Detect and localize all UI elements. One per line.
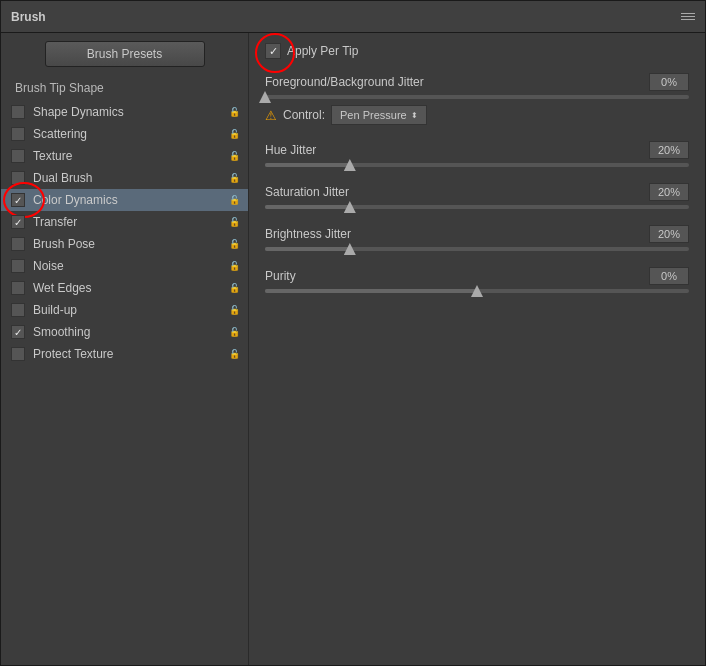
lock-icon-dual-brush: 🔓 (228, 172, 240, 184)
panel-menu-icon[interactable] (681, 13, 695, 20)
param-section-saturation-jitter: Saturation Jitter20% (265, 183, 689, 209)
apply-per-tip-row: ✓ Apply Per Tip (265, 43, 689, 59)
sidebar-item-wet-edges[interactable]: Wet Edges🔓 (1, 277, 248, 299)
param-row-hue-jitter: Hue Jitter20% (265, 141, 689, 159)
lock-icon-build-up: 🔓 (228, 304, 240, 316)
panel-title: Brush (11, 10, 46, 24)
param-label-purity: Purity (265, 269, 296, 283)
lock-icon-transfer: 🔓 (228, 216, 240, 228)
sidebar-label-brush-pose: Brush Pose (33, 237, 224, 251)
param-value-brightness-jitter[interactable]: 20% (649, 225, 689, 243)
lock-icon-texture: 🔓 (228, 150, 240, 162)
param-label-fg-bg-jitter: Foreground/Background Jitter (265, 75, 424, 89)
sidebar-item-brush-pose[interactable]: Brush Pose🔓 (1, 233, 248, 255)
sidebar-label-dual-brush: Dual Brush (33, 171, 224, 185)
warning-icon: ⚠ (265, 108, 277, 123)
apply-per-tip-label: Apply Per Tip (287, 44, 358, 58)
lock-icon-noise: 🔓 (228, 260, 240, 272)
sidebar-item-build-up[interactable]: Build-up🔓 (1, 299, 248, 321)
sidebar-checkbox-protect-texture[interactable] (11, 347, 25, 361)
sidebar-item-protect-texture[interactable]: Protect Texture🔓 (1, 343, 248, 365)
control-dropdown-value: Pen Pressure (340, 109, 407, 121)
sidebar-item-transfer[interactable]: ✓Transfer🔓 (1, 211, 248, 233)
lock-icon-protect-texture: 🔓 (228, 348, 240, 360)
lock-icon-color-dynamics: 🔓 (228, 194, 240, 206)
param-row-purity: Purity0% (265, 267, 689, 285)
lock-icon-shape-dynamics: 🔓 (228, 106, 240, 118)
sidebar-checkbox-texture[interactable] (11, 149, 25, 163)
slider-fill-hue-jitter (265, 163, 350, 167)
panel-body: Brush Presets Brush Tip Shape Shape Dyna… (1, 33, 705, 665)
param-row-fg-bg-jitter: Foreground/Background Jitter0% (265, 73, 689, 91)
sidebar-checkbox-scattering[interactable] (11, 127, 25, 141)
panel-header: Brush (1, 1, 705, 33)
params-container: Foreground/Background Jitter0%⚠Control:P… (265, 73, 689, 293)
slider-fill-saturation-jitter (265, 205, 350, 209)
sidebar-checkbox-dual-brush[interactable] (11, 171, 25, 185)
sidebar-checkbox-noise[interactable] (11, 259, 25, 273)
slider-track-saturation-jitter[interactable] (265, 205, 689, 209)
sidebar-checkbox-build-up[interactable] (11, 303, 25, 317)
apply-per-tip-checkbox-wrap[interactable]: ✓ Apply Per Tip (265, 43, 358, 59)
sidebar-checkbox-transfer[interactable]: ✓ (11, 215, 25, 229)
sidebar-item-smoothing[interactable]: ✓Smoothing🔓 (1, 321, 248, 343)
param-value-saturation-jitter[interactable]: 20% (649, 183, 689, 201)
sidebar-item-color-dynamics[interactable]: ✓Color Dynamics🔓 (1, 189, 248, 211)
sidebar-label-color-dynamics: Color Dynamics (33, 193, 224, 207)
dropdown-arrow-icon: ⬍ (411, 111, 418, 120)
param-row-brightness-jitter: Brightness Jitter20% (265, 225, 689, 243)
sidebar-label-wet-edges: Wet Edges (33, 281, 224, 295)
param-label-brightness-jitter: Brightness Jitter (265, 227, 351, 241)
sidebar-item-scattering[interactable]: Scattering🔓 (1, 123, 248, 145)
slider-fill-brightness-jitter (265, 247, 350, 251)
sidebar-label-scattering: Scattering (33, 127, 224, 141)
sidebar-checkbox-color-dynamics[interactable]: ✓ (11, 193, 25, 207)
sidebar-checkbox-smoothing[interactable]: ✓ (11, 325, 25, 339)
sidebar-label-build-up: Build-up (33, 303, 224, 317)
brush-tip-shape-label: Brush Tip Shape (1, 77, 248, 101)
sidebar-label-smoothing: Smoothing (33, 325, 224, 339)
sidebar-checkbox-shape-dynamics[interactable] (11, 105, 25, 119)
control-row-fg-bg-jitter: ⚠Control:Pen Pressure⬍ (265, 105, 689, 125)
sidebar: Brush Presets Brush Tip Shape Shape Dyna… (1, 33, 249, 665)
lock-icon-brush-pose: 🔓 (228, 238, 240, 250)
sidebar-label-protect-texture: Protect Texture (33, 347, 224, 361)
sidebar-label-noise: Noise (33, 259, 224, 273)
sidebar-item-dual-brush[interactable]: Dual Brush🔓 (1, 167, 248, 189)
slider-track-purity[interactable] (265, 289, 689, 293)
param-value-purity[interactable]: 0% (649, 267, 689, 285)
slider-track-brightness-jitter[interactable] (265, 247, 689, 251)
param-label-saturation-jitter: Saturation Jitter (265, 185, 349, 199)
param-row-saturation-jitter: Saturation Jitter20% (265, 183, 689, 201)
sidebar-item-noise[interactable]: Noise🔓 (1, 255, 248, 277)
param-value-hue-jitter[interactable]: 20% (649, 141, 689, 159)
sidebar-item-shape-dynamics[interactable]: Shape Dynamics🔓 (1, 101, 248, 123)
sidebar-checkbox-wet-edges[interactable] (11, 281, 25, 295)
lock-icon-smoothing: 🔓 (228, 326, 240, 338)
param-section-fg-bg-jitter: Foreground/Background Jitter0%⚠Control:P… (265, 73, 689, 125)
sidebar-label-transfer: Transfer (33, 215, 224, 229)
slider-track-fg-bg-jitter[interactable] (265, 95, 689, 99)
slider-fill-purity (265, 289, 477, 293)
control-label: Control: (283, 108, 325, 122)
sidebar-label-texture: Texture (33, 149, 224, 163)
sidebar-checkbox-brush-pose[interactable] (11, 237, 25, 251)
param-section-purity: Purity0% (265, 267, 689, 293)
slider-track-hue-jitter[interactable] (265, 163, 689, 167)
main-content: ✓ Apply Per Tip Foreground/Background Ji… (249, 33, 705, 665)
lock-icon-scattering: 🔓 (228, 128, 240, 140)
sidebar-label-shape-dynamics: Shape Dynamics (33, 105, 224, 119)
sidebar-item-texture[interactable]: Texture🔓 (1, 145, 248, 167)
param-label-hue-jitter: Hue Jitter (265, 143, 316, 157)
lock-icon-wet-edges: 🔓 (228, 282, 240, 294)
param-section-brightness-jitter: Brightness Jitter20% (265, 225, 689, 251)
control-dropdown[interactable]: Pen Pressure⬍ (331, 105, 427, 125)
brush-panel: Brush Brush Presets Brush Tip Shape Shap… (0, 0, 706, 666)
slider-thumb-fg-bg-jitter[interactable] (259, 91, 271, 103)
apply-per-tip-checkbox[interactable]: ✓ (265, 43, 281, 59)
brush-presets-button[interactable]: Brush Presets (45, 41, 205, 67)
param-value-fg-bg-jitter[interactable]: 0% (649, 73, 689, 91)
sidebar-items: Shape Dynamics🔓Scattering🔓Texture🔓Dual B… (1, 101, 248, 365)
param-section-hue-jitter: Hue Jitter20% (265, 141, 689, 167)
